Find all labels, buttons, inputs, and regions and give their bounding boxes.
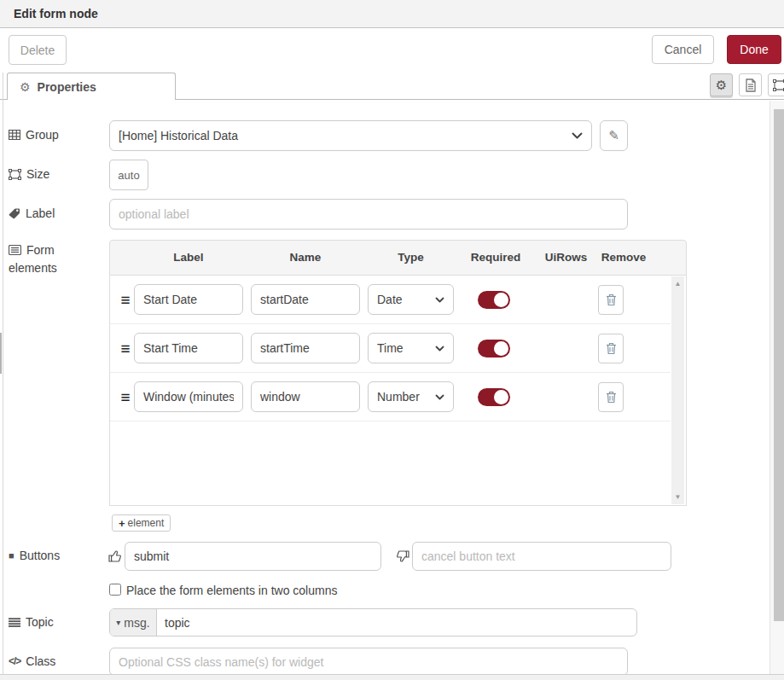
- topic-prefix: msg.: [124, 616, 149, 630]
- gear-icon: ⚙: [20, 80, 31, 94]
- remove-element-button[interactable]: [598, 285, 624, 315]
- column-header-required: Required: [462, 251, 530, 264]
- topic-type-selector[interactable]: ▾ msg.: [110, 609, 157, 636]
- group-field-label: Group: [9, 128, 59, 142]
- square-icon: ■: [9, 550, 15, 561]
- edit-form-node-dialog: Edit form node Delete Cancel Done ⚙ Prop…: [0, 0, 784, 680]
- delete-button[interactable]: Delete: [9, 35, 67, 65]
- required-toggle[interactable]: [478, 340, 510, 357]
- element-name-input[interactable]: [251, 284, 360, 315]
- drag-handle-icon[interactable]: ≡: [117, 389, 134, 405]
- cancel-button[interactable]: Cancel: [652, 35, 714, 64]
- pencil-icon: ✎: [608, 128, 619, 143]
- label-input[interactable]: [109, 199, 628, 230]
- element-type-select[interactable]: Number: [368, 381, 454, 412]
- dialog-header: Edit form node: [0, 0, 784, 28]
- table-grid-icon: [9, 130, 20, 140]
- plus-icon: +: [119, 517, 125, 530]
- element-label-input[interactable]: [134, 284, 243, 315]
- submit-button-text-input[interactable]: [125, 542, 381, 571]
- topic-value[interactable]: topic: [157, 609, 636, 636]
- element-type-select[interactable]: Date: [368, 284, 454, 315]
- chevron-down-icon: [435, 297, 444, 303]
- topic-typed-input[interactable]: ▾ msg. topic: [109, 608, 637, 636]
- properties-settings-button[interactable]: ⚙: [710, 73, 733, 96]
- column-header-type: Type: [368, 251, 454, 264]
- thumbs-down-icon: [396, 549, 409, 563]
- bars-icon: [9, 618, 20, 627]
- appearance-button[interactable]: [768, 73, 784, 96]
- cancel-button-text-input[interactable]: [412, 542, 671, 571]
- panel-left-edge: [3, 73, 3, 674]
- form-elements-field-label: Form elements: [9, 241, 104, 276]
- element-label-input[interactable]: [134, 381, 243, 412]
- trash-icon: [606, 294, 617, 306]
- done-button[interactable]: Done: [727, 35, 781, 64]
- form-element-row: ≡ Number: [110, 373, 671, 421]
- column-header-label: Label: [134, 251, 243, 264]
- dialog-bottom-edge: [0, 674, 784, 680]
- trash-icon: [606, 391, 617, 404]
- class-field-label: </> Class: [9, 654, 55, 668]
- drag-handle-icon[interactable]: ≡: [117, 340, 134, 357]
- size-field-label: Size: [9, 167, 49, 181]
- element-type-select[interactable]: Time: [368, 333, 454, 363]
- label-field-label: Label: [9, 206, 55, 220]
- size-auto-button[interactable]: auto: [109, 160, 148, 190]
- element-label-input[interactable]: [134, 333, 243, 363]
- remove-element-button[interactable]: [598, 334, 624, 363]
- form-elements-table-header: Label Name Type Required UiRows Remove: [109, 240, 687, 276]
- thumbs-up-icon: [108, 549, 122, 563]
- dialog-title: Edit form node: [14, 7, 98, 20]
- chevron-down-icon: [572, 132, 583, 139]
- form-element-row: ≡ Date: [110, 276, 671, 324]
- buttons-field-label: ■ Buttons: [9, 549, 60, 562]
- group-select[interactable]: [Home] Historical Data: [109, 120, 592, 151]
- form-elements-table: Label Name Type Required UiRows Remove ≡…: [109, 240, 687, 506]
- code-icon: </>: [9, 655, 20, 667]
- element-name-input[interactable]: [251, 381, 360, 412]
- object-group-icon: [9, 169, 21, 180]
- scroll-up-icon[interactable]: ▲: [671, 280, 684, 288]
- add-element-button[interactable]: + element: [112, 514, 171, 532]
- caret-down-icon: ▾: [116, 618, 120, 627]
- chevron-down-icon: [435, 346, 444, 352]
- dialog-scrollbar[interactable]: [769, 101, 784, 674]
- two-columns-checkbox-label[interactable]: Place the form elements in two columns: [126, 584, 337, 597]
- list-alt-icon: [9, 245, 21, 255]
- scroll-down-icon[interactable]: ▼: [671, 493, 684, 501]
- required-toggle[interactable]: [478, 291, 510, 309]
- edit-group-button[interactable]: ✎: [600, 120, 628, 151]
- description-button[interactable]: [739, 73, 762, 96]
- required-toggle[interactable]: [478, 388, 510, 406]
- drag-handle-icon[interactable]: ≡: [117, 292, 134, 308]
- tab-properties[interactable]: ⚙ Properties: [7, 73, 176, 100]
- appearance-icon: [773, 79, 784, 91]
- column-header-uirows: UiRows: [538, 251, 594, 264]
- left-scrollbar-thumb: [0, 333, 2, 374]
- tag-icon: [9, 207, 20, 219]
- gear-icon: ⚙: [716, 78, 727, 93]
- column-header-name: Name: [251, 251, 360, 264]
- column-header-remove: Remove: [594, 251, 653, 264]
- tab-properties-label: Properties: [38, 80, 96, 94]
- form-element-row: ≡ Time: [110, 324, 671, 373]
- chevron-down-icon: [435, 394, 444, 400]
- class-input[interactable]: [109, 648, 628, 676]
- group-select-value: [Home] Historical Data: [119, 129, 238, 142]
- two-columns-checkbox[interactable]: [109, 584, 121, 596]
- document-icon: [745, 78, 757, 92]
- remove-element-button[interactable]: [598, 382, 624, 412]
- form-elements-table-body: ≡ Date ≡ Time: [109, 276, 687, 506]
- element-name-input[interactable]: [251, 333, 360, 363]
- topic-field-label: Topic: [9, 615, 54, 629]
- trash-icon: [606, 342, 617, 355]
- form-elements-scrollbar[interactable]: ▲ ▼: [671, 276, 684, 504]
- dialog-scrollbar-thumb[interactable]: [774, 109, 784, 621]
